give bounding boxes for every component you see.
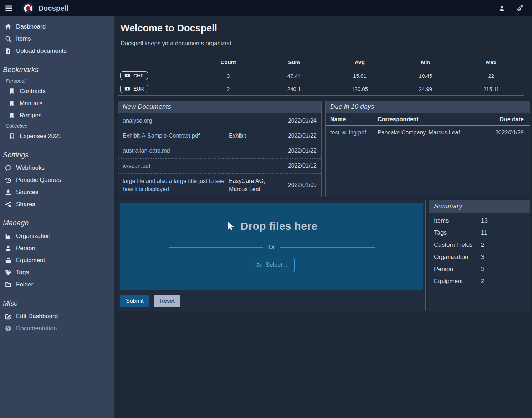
sidebar-item-label: Periodic Queries xyxy=(16,177,61,184)
bookmark-recipes[interactable]: Recipes xyxy=(0,109,114,122)
stats-header-empty xyxy=(118,56,195,69)
submit-button[interactable]: Submit xyxy=(120,295,149,307)
stat-sum: 240.1 xyxy=(261,82,327,96)
sidebar-item-label: Sources xyxy=(16,189,38,196)
sidebar-item-periodic-queries[interactable]: Periodic Queries xyxy=(0,174,114,186)
summary-title: Summary xyxy=(429,200,530,213)
equipment-box-icon xyxy=(5,257,11,264)
document-link[interactable]: iv-scan.pdf xyxy=(123,162,229,170)
stat-max: 215.11 xyxy=(459,82,524,96)
sidebar-item-label: Equipment xyxy=(16,257,45,264)
sidebar-item-edit-dashboard[interactable]: Edit Dashboard xyxy=(0,310,114,322)
menu-toggle-button[interactable] xyxy=(0,4,18,12)
document-link[interactable]: analyse.org xyxy=(123,117,229,125)
sidebar-item-sources[interactable]: Sources xyxy=(0,186,114,198)
sidebar-item-label: Organization xyxy=(16,233,50,240)
new-documents-title: New Documents xyxy=(118,101,321,113)
sidebar-item-organization[interactable]: Organization xyxy=(0,230,114,242)
stat-avg: 120.05 xyxy=(327,82,393,96)
due-correspondent: Pancake Company, Marcus Leaf xyxy=(375,126,488,140)
folder-open-icon xyxy=(256,262,262,268)
sidebar-item-equipment[interactable]: Equipment xyxy=(0,254,114,266)
sidebar-item-label: Dasbhoard xyxy=(16,23,46,30)
sidebar-item-webhooks[interactable]: Webhooks xyxy=(0,162,114,174)
due-date: 2022/01/29 xyxy=(488,126,530,140)
settings-menu-button[interactable] xyxy=(517,5,523,12)
summary-value: 3 xyxy=(481,266,484,273)
currency-badge-chf[interactable]: CHF xyxy=(120,71,148,80)
industry-icon xyxy=(5,233,11,239)
home-icon xyxy=(5,24,11,30)
summary-row: Tags 11 xyxy=(429,227,530,239)
bookmark-expenses-2021[interactable]: Expenses 2021 xyxy=(0,130,114,142)
stats-header-avg: Avg xyxy=(327,56,393,69)
sidebar-item-person[interactable]: Person xyxy=(0,242,114,254)
document-date: 2022/01/24 xyxy=(283,118,317,124)
summary-list: Items 13 Tags 11 Custom Fields 2 Organiz… xyxy=(429,213,530,287)
sidebar-item-items[interactable]: Items xyxy=(0,33,114,45)
sidebar-section-manage: Manage xyxy=(0,219,114,227)
select-files-button[interactable]: Select... xyxy=(249,258,295,272)
sidebar-item-label: Webhooks xyxy=(16,164,45,172)
sidebar-item-label: Tags xyxy=(16,269,29,276)
sidebar-section-bookmarks: Bookmarks xyxy=(0,66,114,74)
stat-sum: 47.44 xyxy=(261,69,327,82)
hamburger-icon xyxy=(5,4,13,12)
sidebar-item-folder[interactable]: Folder xyxy=(0,279,114,291)
sidebar-item-dashboard[interactable]: Dasbhoard xyxy=(0,21,114,33)
summary-label: Person xyxy=(434,266,481,273)
sidebar-section-settings: Settings xyxy=(0,151,114,159)
bookmark-icon xyxy=(9,100,15,107)
summary-label: Organization xyxy=(434,254,481,261)
sidebar-item-label: Edit Dashboard xyxy=(16,313,58,320)
due-document-link[interactable]: test-☺-ing.pdf xyxy=(326,126,375,140)
stats-header-max: Max xyxy=(459,56,524,69)
due-panel-title: Due in 10 days xyxy=(326,101,530,113)
upload-panel: Drop files here Or Select... Submit Rese… xyxy=(118,200,426,311)
summary-label: Items xyxy=(434,217,481,224)
document-correspondent: EasyCare AG, Marcus Leaf xyxy=(229,177,283,193)
document-link[interactable]: australian-date.md xyxy=(123,147,229,155)
app-logo-brand[interactable]: Docspell xyxy=(22,2,69,14)
sidebar-section-misc: Misc xyxy=(0,299,114,307)
summary-row: Person 3 xyxy=(429,263,530,275)
stat-min: 10.45 xyxy=(393,69,458,82)
page-subtitle: Docspell keeps your documents organized. xyxy=(121,40,530,47)
docspell-logo-icon xyxy=(22,2,34,14)
document-link[interactable]: Exhibit-A-Sample-Contract.pdf xyxy=(123,132,229,140)
sidebar-item-documentation[interactable]: ? Documentation xyxy=(0,322,114,335)
page-title: Welcome to Docspell xyxy=(121,23,530,34)
new-documents-list: analyse.org 2022/01/24 Exhibit-A-Sample-… xyxy=(118,113,321,197)
dropzone-label: Drop files here xyxy=(240,220,317,232)
summary-value: 13 xyxy=(481,217,488,224)
summary-row: Items 13 xyxy=(429,215,530,227)
due-header-date: Due date xyxy=(488,113,530,126)
file-dropzone[interactable]: Drop files here Or Select... xyxy=(120,203,423,290)
document-link[interactable]: large file and also a large title just t… xyxy=(123,177,229,193)
stat-avg: 15.81 xyxy=(327,69,393,82)
stats-row-eur: EUR 2 240.1 120.05 24.99 215.11 xyxy=(118,82,524,96)
summary-value: 11 xyxy=(481,229,487,236)
reset-button[interactable]: Reset xyxy=(154,295,180,307)
sidebar-item-upload-documents[interactable]: Upload documents xyxy=(0,45,114,57)
user-menu-button[interactable] xyxy=(498,5,505,12)
due-header-correspondent: Correspondent xyxy=(375,113,488,126)
document-row: australian-date.md 2022/01/22 xyxy=(118,143,321,158)
currency-stats-table: Count Sum Avg Min Max CHF 3 47.44 15.81 … xyxy=(118,56,524,96)
bookmark-icon xyxy=(9,112,15,119)
summary-row: Custom Fields 2 xyxy=(429,239,530,251)
folder-icon xyxy=(5,281,11,288)
sidebar-item-tags[interactable]: Tags xyxy=(0,266,114,279)
bookmark-manuals[interactable]: Manuals xyxy=(0,97,114,109)
bookmarks-collective-label: Collective xyxy=(0,122,114,130)
summary-value: 3 xyxy=(481,254,484,261)
document-date: 2022/01/12 xyxy=(283,163,317,169)
bookmark-label: Expenses 2021 xyxy=(20,133,61,140)
bookmark-contracts[interactable]: Contracts xyxy=(0,85,114,97)
sidebar-item-label: Items xyxy=(16,35,31,42)
cogs-icon xyxy=(517,5,523,12)
sidebar-item-shares[interactable]: Shares xyxy=(0,198,114,210)
currency-badge-eur[interactable]: EUR xyxy=(120,85,148,93)
sidebar-item-label: Person xyxy=(16,245,35,252)
or-divider: Or xyxy=(169,244,375,250)
